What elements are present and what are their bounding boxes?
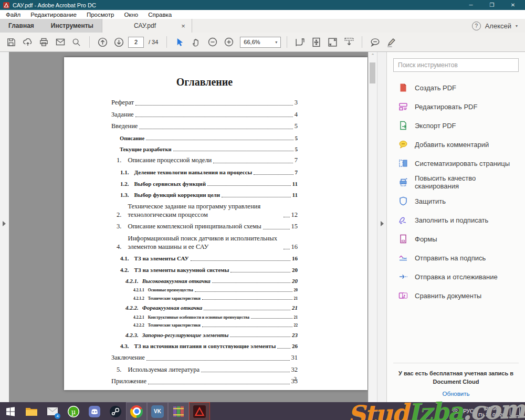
toc-entry-page: 15 [291,223,298,231]
menu-edit[interactable]: Редактирование [30,12,77,18]
taskbar-acrobat-icon[interactable] [189,402,210,420]
zoom-in-button[interactable] [222,35,236,49]
tool-label: Формы [415,235,437,243]
chevron-down-icon[interactable]: ▾ [516,24,518,28]
toc-entry: 4.2.1.2Технические характеристики21 [133,296,298,301]
hand-tool-button[interactable] [189,35,203,49]
zoom-out-button[interactable] [205,35,219,49]
toc-entry-label: Основные преимущества [148,288,193,292]
save-button[interactable] [4,35,18,49]
help-icon[interactable]: ? [472,22,481,30]
select-tool-button[interactable] [173,35,187,49]
sidebar-tool-send-for-signature[interactable]: Отправить на подпись [393,248,519,267]
upgrade-link[interactable]: Обновить [442,391,469,397]
tab-tools[interactable]: Инструменты [43,19,102,33]
page-number-input[interactable] [128,37,144,48]
taskbar-steam-icon[interactable] [105,402,126,420]
sidebar-tool-send-track[interactable]: Отправка и отслеживание [393,267,519,286]
toc-entry-number: 4.2. [120,267,129,274]
fullscreen-button[interactable] [326,35,340,49]
toc-entry: 4.3.ТЗ на источники питания и сопутствую… [120,343,298,350]
search-icon[interactable] [69,35,83,49]
sidebar-tool-enhance-scans[interactable]: Повысить качество сканирования [393,173,519,192]
fill-sign-icon [398,215,408,225]
toc-entry-number: 4.3. [120,343,129,350]
toolbar-options-button[interactable] [342,35,356,49]
toc-entry-label: Введение [111,122,138,131]
vertical-scrollbar[interactable]: ⌃ [368,52,377,402]
taskbar-winrar-icon[interactable] [168,402,189,420]
toc-entry: Приложение33 [111,377,298,386]
toc-entry-label: Технические характеристики [148,296,201,301]
previous-page-button[interactable] [96,35,110,49]
toc-entry-page: 21 [294,315,298,320]
sidebar-tool-add-comment[interactable]: Добавить комментарий [393,135,519,154]
tray-clock[interactable]: 20:56 Пт 27.07.20 [478,405,505,418]
tab-close-icon[interactable]: × [181,23,185,29]
export-pdf-icon [398,121,408,130]
menu-window[interactable]: Окно [124,12,138,18]
toolbar-separator [362,36,362,48]
taskbar-vk-icon[interactable]: VK [147,402,168,420]
search-input[interactable] [393,58,519,72]
sidebar-tool-compare-documents[interactable]: Сравнить документы [393,286,519,305]
toc-leader-dots [201,372,290,372]
taskbar-chrome-icon[interactable] [126,402,147,420]
document-viewport[interactable]: Оглавление Реферат3Задание4Введение5Опис… [9,52,377,402]
email-button[interactable] [53,35,67,49]
minimize-button[interactable]: ─ [462,2,480,8]
tab-document[interactable]: САУ.pdf × [102,19,192,33]
mail-badge: 4 [55,413,60,419]
sidebar-tool-fill-sign[interactable]: Заполнить и подписать [393,211,519,229]
title-bar: САУ.pdf - Adobe Acrobat Pro DC ─ ❐ ✕ [0,0,525,10]
taskbar-utorrent-icon[interactable]: µ [63,402,84,420]
sidebar-tool-organize-pages[interactable]: Систематизировать страницы [393,154,519,173]
close-button[interactable]: ✕ [504,2,522,8]
taskbar-discord-icon[interactable] [84,402,105,420]
tab-home[interactable]: Главная [0,19,43,33]
system-tray[interactable]: РУС 20:56 Пт 27.07.20 2 [452,402,525,420]
tray-language[interactable]: РУС [463,408,474,414]
right-panel-expand-icon[interactable] [381,221,384,226]
scrollbar-thumb[interactable] [370,62,375,83]
user-name[interactable]: Алексей [485,22,511,30]
toc-entry: 4.2.2.Форвакуумная откачка21 [125,304,298,312]
toc-entry-number: 3. [117,223,121,231]
left-panel-expand-icon[interactable] [3,221,6,226]
toc-entry-number: 4.2.2. [125,304,139,312]
toc-leader-dots [230,272,290,272]
fit-page-button[interactable] [309,35,323,49]
toc-entry-page: 7 [295,156,298,165]
notification-badge[interactable]: 2 [510,407,520,416]
tab-bar: Главная Инструменты САУ.pdf × ? Алексей … [0,19,525,33]
toc-entry-label: Техническое задание на программу управле… [128,203,281,219]
taskbar-mail-icon[interactable]: 4 [42,402,63,420]
next-page-button[interactable] [112,35,126,49]
print-button[interactable] [37,35,51,49]
highlighter-button[interactable] [384,35,398,49]
sidebar-tool-forms[interactable]: Формы [393,229,519,248]
menu-help[interactable]: Справка [148,12,172,18]
taskbar-start-icon[interactable] [0,402,21,420]
sidebar-tool-edit-pdf[interactable]: Редактировать PDF [393,97,519,116]
taskbar-explorer-icon[interactable] [21,402,42,420]
toc-entry-label: ТЗ на источники питания и сопутствующие … [134,343,276,350]
main-area: Оглавление Реферат3Задание4Введение5Опис… [0,52,525,402]
toc-entry-number: 4.2.1. [125,278,139,285]
scroll-up-icon[interactable]: ⌃ [369,53,377,58]
cloud-upload-button[interactable] [20,35,35,49]
sidebar-tool-create-pdf[interactable]: Создать PDF [393,78,519,97]
zoom-level-select[interactable]: 66,6% ▾ [240,37,281,48]
toc-leader-dots [146,140,293,140]
sidebar-tool-export-pdf[interactable]: Экспорт PDF [393,116,519,135]
toc-entry-page: 21 [292,304,298,312]
toc-entry: Реферат3 [111,99,298,107]
menu-view[interactable]: Просмотр [87,12,114,18]
fit-width-button[interactable] [293,35,307,49]
restore-button[interactable]: ❐ [483,2,501,8]
menu-bar: Файл Редактирование Просмотр Окно Справк… [0,10,525,19]
menu-file[interactable]: Файл [6,12,20,18]
sidebar-tool-protect[interactable]: Защитить [393,192,519,211]
comment-bubble-button[interactable] [368,35,382,49]
toc-entry-label: Выбор функций коррекции цели [134,192,220,199]
